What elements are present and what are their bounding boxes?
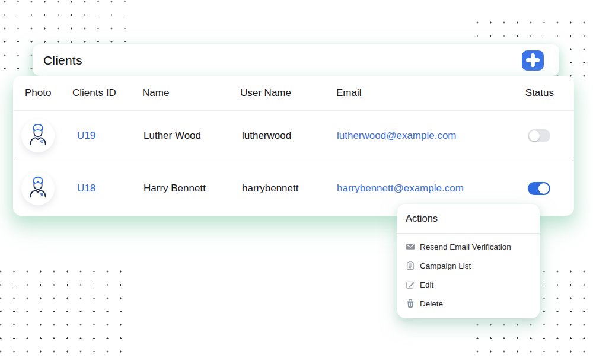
column-header-clients-id: Clients ID xyxy=(72,87,116,99)
menu-item-delete[interactable]: Delete xyxy=(397,294,540,313)
menu-item-label: Campaign List xyxy=(420,261,471,270)
page-background: Clients Photo Clients ID Name User Name … xyxy=(0,0,593,364)
status-toggle[interactable] xyxy=(528,129,550,142)
plus-icon xyxy=(525,53,540,68)
actions-menu-title: Actions xyxy=(397,204,540,233)
client-id-link[interactable]: U18 xyxy=(77,183,95,194)
clipboard-list-icon xyxy=(406,261,415,270)
menu-item-edit[interactable]: Edit xyxy=(397,275,540,294)
person-avatar-icon xyxy=(24,175,52,202)
status-toggle[interactable] xyxy=(528,182,550,195)
column-header-user-name: User Name xyxy=(240,87,291,99)
column-header-photo: Photo xyxy=(25,87,51,99)
edit-icon xyxy=(406,280,415,289)
table-header-row: Photo Clients ID Name User Name Email St… xyxy=(13,76,574,111)
person-avatar-icon xyxy=(24,122,52,149)
client-username: harrybennett xyxy=(242,183,298,194)
toggle-knob xyxy=(529,130,540,141)
client-email-link[interactable]: lutherwood@example.com xyxy=(337,130,457,142)
menu-item-campaign-list[interactable]: Campaign List xyxy=(397,256,540,275)
toggle-knob xyxy=(538,183,549,194)
client-name: Luther Wood xyxy=(144,130,201,142)
client-photo xyxy=(21,172,55,205)
actions-menu-list: Resend Email Verification Campaign List xyxy=(397,234,540,313)
dot-pattern-bottom-left xyxy=(0,266,126,359)
trash-icon xyxy=(406,299,415,308)
table-row: U19 Luther Wood lutherwood lutherwood@ex… xyxy=(13,111,574,161)
envelope-icon xyxy=(406,242,415,251)
clients-table: Photo Clients ID Name User Name Email St… xyxy=(13,76,574,216)
client-name: Harry Bennett xyxy=(144,183,206,194)
menu-item-label: Edit xyxy=(420,280,433,289)
client-email-link[interactable]: harrybennett@example.com xyxy=(337,183,464,194)
clients-header-card: Clients xyxy=(33,44,559,76)
client-username: lutherwood xyxy=(242,130,291,142)
column-header-name: Name xyxy=(142,87,169,99)
menu-item-label: Resend Email Verification xyxy=(420,242,511,251)
menu-item-label: Delete xyxy=(420,299,443,308)
menu-item-resend-email-verification[interactable]: Resend Email Verification xyxy=(397,237,540,256)
page-title: Clients xyxy=(43,53,82,68)
column-header-status: Status xyxy=(525,87,554,99)
client-id-link[interactable]: U19 xyxy=(77,130,95,142)
actions-menu: Actions Resend Email Verification xyxy=(397,204,540,318)
add-client-button[interactable] xyxy=(522,50,544,71)
client-photo xyxy=(21,119,55,152)
column-header-email: Email xyxy=(336,87,362,99)
